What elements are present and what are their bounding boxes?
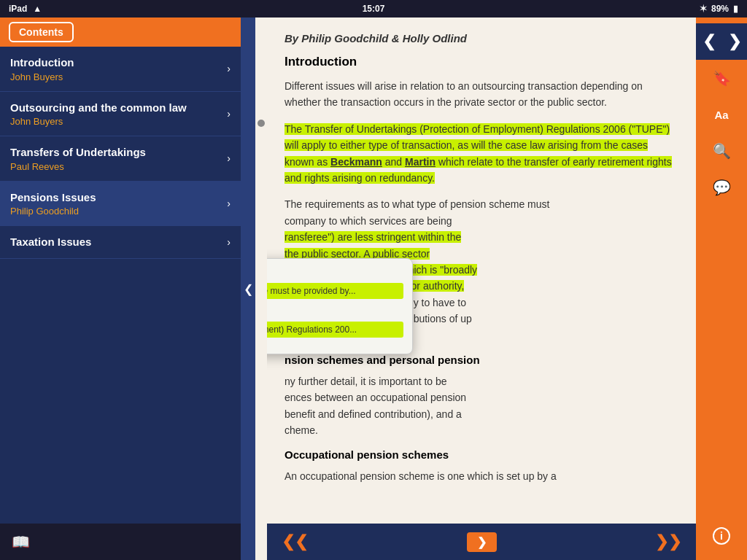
sidebar-item-outsourcing-title: Outsourcing and the common law [10,101,221,115]
status-right: ✶ 89% ▮ [700,4,738,14]
content-subheading-1: nsion schemes and personal pension [285,354,678,366]
sidebar: Contents Introduction John Buyers › Outs… [0,18,241,560]
bookmark-button[interactable]: 🔖 [696,60,747,96]
popup: Pensions Issues The requirements as to w… [267,258,413,354]
search-icon: 🔍 [713,142,731,160]
right-next-button[interactable]: ❯ [721,23,747,60]
sidebar-item-outsourcing-author: John Buyers [10,116,221,127]
content-author: By Philip Goodchild & Holly Odlind [285,32,678,44]
info-icon: i [713,527,730,545]
contents-button[interactable]: Contents [9,22,74,42]
content-para-1: Different issues will arise in relation … [285,78,678,111]
sidebar-item-introduction[interactable]: Introduction John Buyers › [0,47,241,92]
popup-item-2-title: Pensions Issues [267,306,403,319]
right-sidebar-bottom: i [696,518,747,560]
content-bottom-nav: ❮❮ ❯ ❯❯ [267,524,696,560]
content-para-3: ny further detail, it is important to be… [285,373,678,439]
info-button[interactable]: i [696,518,747,554]
left-arrow-icon: ❮ [703,32,716,51]
bookmark-icon: 🔖 [713,69,731,87]
sidebar-item-transfers-author: Paul Reeves [10,161,221,172]
battery-icon: ▮ [733,4,738,14]
right-top-nav: ❮ ❯ [696,23,747,60]
middle-nav-arrow[interactable]: ❮ [241,18,255,560]
book-icon[interactable]: 📖 [12,533,30,551]
beckmann-link[interactable]: Beckmann [330,156,382,168]
sidebar-item-pensions-title: Pensions Issues [10,190,221,205]
content-para-4: An occupational pension scheme is one wh… [285,468,678,484]
battery-level: 89% [711,4,729,14]
sidebar-item-outsourcing[interactable]: Outsourcing and the common law John Buye… [0,92,241,137]
highlighted-text-1: The Transfer of Undertakings (Protection… [285,123,672,184]
sidebar-item-introduction-author: John Buyers [10,71,221,82]
status-time: 15:07 [363,4,385,14]
right-prev-button[interactable]: ❮ [696,23,721,60]
wifi-icon: ▲ [33,4,42,14]
sidebar-item-outsourcing-arrow: › [227,108,231,120]
content-area: By Philip Goodchild & Holly Odlind Intro… [267,18,696,560]
content-para-highlighted: The Transfer of Undertakings (Protection… [285,121,678,187]
martin-link[interactable]: Martin [405,156,436,168]
dot-indicator [255,18,267,560]
next-page-button[interactable]: ❯❯ [649,529,687,554]
font-size-icon: Aa [714,109,728,121]
sidebar-item-transfers-title: Transfers of Undertakings [10,145,221,160]
prev-page-button[interactable]: ❮❮ [276,529,314,554]
scroll-dot [258,120,265,127]
sidebar-item-pensions[interactable]: Pensions Issues Philip Goodchild › [0,182,241,227]
bluetooth-icon: ✶ [700,4,707,14]
sidebar-item-taxation[interactable]: Taxation Issues › [0,226,241,259]
status-left: iPad ▲ [9,4,42,14]
sidebar-item-introduction-arrow: › [227,63,231,74]
popup-item-1[interactable]: Pensions Issues The requirements as to w… [267,268,403,299]
note-button[interactable]: 💬 [696,169,747,206]
search-button[interactable]: 🔍 [696,133,747,169]
popup-item-1-title: Pensions Issues [267,268,403,280]
device-name: iPad [9,4,27,14]
content-heading: Introduction [285,55,678,69]
popup-item-2[interactable]: Pensions Issues The Transfer of Undertak… [267,306,403,338]
sidebar-item-pensions-arrow: › [227,198,231,209]
sidebar-bottom: 📖 [0,524,241,560]
popup-item-1-excerpt: The requirements as to what type of pens… [267,283,403,299]
note-icon: 💬 [713,179,731,196]
sidebar-item-introduction-title: Introduction [10,55,221,70]
sidebar-items: Introduction John Buyers › Outsourcing a… [0,47,241,524]
status-bar: iPad ▲ 15:07 ✶ 89% ▮ [0,0,747,18]
main-container: Contents Introduction John Buyers › Outs… [0,18,747,560]
content-subheading-2: Occupational pension schemes [285,448,678,461]
sidebar-header: Contents [0,18,241,47]
sidebar-item-transfers[interactable]: Transfers of Undertakings Paul Reeves › [0,136,241,182]
popup-item-2-excerpt: The Transfer of Undertakings (Protection… [267,322,403,338]
sidebar-item-taxation-arrow: › [227,236,231,248]
sidebar-item-transfers-arrow: › [227,152,231,164]
font-size-button[interactable]: Aa [696,96,747,133]
right-arrow-icon: ❯ [728,32,741,51]
sidebar-item-pensions-author: Philip Goodchild [10,206,221,217]
sidebar-item-taxation-title: Taxation Issues [10,235,221,249]
next-section-button[interactable]: ❯ [467,532,497,552]
right-sidebar: ❮ ❯ 🔖 Aa 🔍 💬 i [696,18,747,560]
